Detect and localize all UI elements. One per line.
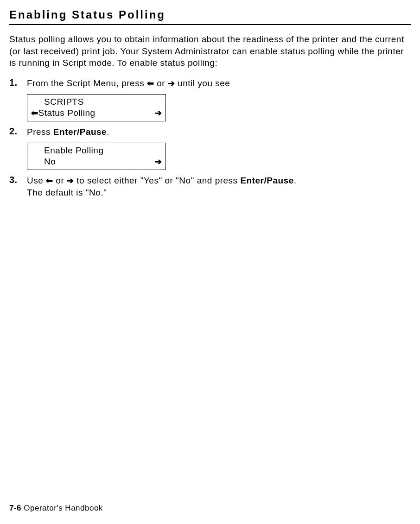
text-fragment: to select either "Yes" or "No" and press [74,176,241,185]
text-fragment: The default is "No." [27,188,107,197]
page-number: 7-6 [9,504,21,512]
text-fragment: or [154,78,167,88]
page-footer: 7-6 Operator's Handbook [9,504,103,513]
step-text: Press Enter/Pause. [27,126,411,138]
enter-pause-label: Enter/Pause [240,176,293,185]
left-arrow-icon: ⬅ [46,176,53,185]
step-2: 2. Press Enter/Pause. [9,126,411,138]
text-fragment: . [294,176,297,185]
text-fragment: . [107,127,109,137]
display-line1: SCRIPTS [31,96,84,108]
right-arrow-icon: ➔ [67,176,74,185]
step-1: 1. From the Script Menu, press ⬅ or ➔ un… [9,77,411,89]
left-arrow-icon: ⬅ [31,108,38,119]
step-number: 1. [9,77,27,88]
right-arrow-icon: ➔ [168,79,175,88]
left-arrow-icon: ⬅ [147,79,154,88]
footer-label: Operator's Handbook [21,504,103,512]
display-line2-text: Status Polling [38,107,95,119]
steps-list: 1. From the Script Menu, press ⬅ or ➔ un… [9,77,411,198]
intro-paragraph: Status polling allows you to obtain info… [9,33,411,69]
text-fragment: Press [27,127,53,137]
text-fragment: Use [27,176,46,185]
step-text: From the Script Menu, press ⬅ or ➔ until… [27,77,411,89]
enter-pause-label: Enter/Pause [53,127,107,137]
right-arrow-icon: ➔ [155,157,162,167]
display-line2-text: No [31,156,56,168]
display-line1: Enable Polling [31,145,103,157]
step-text: Use ⬅ or ➔ to select either "Yes" or "No… [27,175,411,198]
lcd-display-scripts: SCRIPTS ⬅Status Polling ➔ [27,94,166,121]
text-fragment: until you see [175,78,230,88]
right-arrow-icon: ➔ [155,108,162,119]
page-title: Enabling Status Polling [9,8,411,21]
step-number: 3. [9,175,27,185]
step-3: 3. Use ⬅ or ➔ to select either "Yes" or … [9,175,411,198]
title-rule [9,24,411,25]
text-fragment: or [53,176,67,185]
lcd-display-enable-polling: Enable Polling No ➔ [27,143,166,170]
text-fragment: From the Script Menu, press [27,78,147,88]
step-number: 2. [9,126,27,137]
